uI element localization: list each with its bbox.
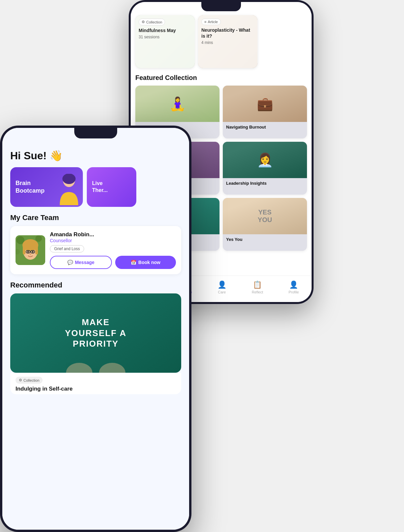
calendar-icon: 📅 bbox=[131, 260, 136, 265]
profile-label: Profile bbox=[288, 290, 299, 294]
brain-bootcamp-label: BrainBootcamp bbox=[16, 179, 45, 195]
leadership-img: 👩‍💼 bbox=[223, 142, 307, 178]
article-overlay: ≡ Article Neuroplasticity - What is it? … bbox=[198, 15, 257, 68]
reflect-label: Reflect bbox=[252, 290, 263, 294]
care-team-title: My Care Team bbox=[10, 213, 181, 222]
specialty-badge: Grief and Loss bbox=[50, 245, 84, 252]
collection-icon: ⚙ bbox=[142, 20, 145, 24]
greeting-section: Hi Sue! 👋 bbox=[10, 146, 181, 162]
front-phone-screen: Hi Sue! 👋 BrainBootcamp bbox=[2, 128, 189, 530]
mindfulness-img: 🧘‍♀️ bbox=[135, 86, 219, 122]
mindfulness-overlay: ⚙ Collection Mindfulness May 31 sessions bbox=[135, 15, 195, 68]
featured-cards-row: BrainBootcamp LiveTher... bbox=[10, 167, 181, 207]
profile-icon: 👤 bbox=[289, 281, 298, 289]
article-icon: ≡ bbox=[204, 20, 206, 24]
front-content: Hi Sue! 👋 BrainBootcamp bbox=[2, 128, 189, 530]
yesyou-img: YESYOU bbox=[223, 198, 307, 234]
collection-card-burnout[interactable]: 💼 Navigating Burnout bbox=[223, 86, 307, 138]
brain-bootcamp-card[interactable]: BrainBootcamp bbox=[10, 167, 83, 207]
book-label: Book now bbox=[138, 260, 160, 265]
hands-svg bbox=[46, 346, 145, 373]
live-therapy-card[interactable]: LiveTher... bbox=[87, 167, 136, 207]
collection-label: Collection bbox=[146, 20, 162, 24]
rec-badge: ⚙ Collection bbox=[16, 377, 43, 384]
svg-point-17 bbox=[66, 363, 92, 373]
strip-card-mindfulness[interactable]: ⚙ Collection Mindfulness May 31 sessions bbox=[135, 15, 195, 68]
nav-profile[interactable]: 👤 Profile bbox=[286, 279, 301, 295]
front-phone: Hi Sue! 👋 BrainBootcamp bbox=[0, 126, 191, 532]
featured-title: Featured Collection bbox=[135, 74, 307, 82]
front-phone-inner: Hi Sue! 👋 BrainBootcamp bbox=[2, 128, 189, 530]
burnout-label: Navigating Burnout bbox=[223, 122, 307, 132]
care-team-card: Amanda Robin... Counsellor Grief and Los… bbox=[10, 226, 181, 274]
nav-care[interactable]: 👤 Care bbox=[215, 279, 229, 295]
collection-card-leadership[interactable]: 👩‍💼 Leadership Insights bbox=[223, 142, 307, 195]
yesyou-label: Yes You bbox=[223, 234, 307, 245]
article-badge: ≡ Article bbox=[201, 19, 221, 25]
collection-card-yesyou[interactable]: YESYOU Yes You bbox=[223, 198, 307, 251]
rec-card-info: ⚙ Collection Indulging in Self-care bbox=[10, 373, 181, 394]
rec-badge-label: Collection bbox=[23, 378, 39, 382]
greeting-text: Hi Sue! 👋 bbox=[10, 149, 181, 162]
svg-point-16 bbox=[30, 253, 31, 255]
svg-point-2 bbox=[62, 174, 76, 184]
message-label: Message bbox=[75, 260, 94, 265]
svg-point-13 bbox=[27, 251, 29, 253]
back-phone-notch bbox=[201, 2, 241, 11]
care-icon: 👤 bbox=[218, 281, 226, 289]
counsellor-photo bbox=[16, 235, 45, 265]
message-icon: 💬 bbox=[67, 260, 73, 265]
care-label: Care bbox=[218, 290, 226, 294]
nav-reflect[interactable]: 📋 Reflect bbox=[249, 279, 266, 295]
top-cards-strip: ⚙ Collection Mindfulness May 31 sessions bbox=[131, 2, 312, 71]
svg-rect-9 bbox=[23, 245, 25, 254]
book-button[interactable]: 📅 Book now bbox=[115, 256, 176, 269]
mindfulness-title: Mindfulness May bbox=[139, 27, 191, 33]
counsellor-role: Counsellor bbox=[50, 238, 176, 243]
article-label: Article bbox=[208, 20, 218, 24]
care-team-actions: 💬 Message 📅 Book now bbox=[50, 256, 176, 269]
svg-rect-10 bbox=[35, 245, 38, 254]
burnout-img: 💼 bbox=[223, 86, 307, 122]
reflect-icon: 📋 bbox=[253, 281, 262, 289]
counsellor-info: Amanda Robin... Counsellor Grief and Los… bbox=[50, 231, 176, 269]
mindfulness-meta: 31 sessions bbox=[139, 35, 191, 39]
message-button[interactable]: 💬 Message bbox=[50, 256, 112, 269]
avatar-svg bbox=[56, 174, 81, 207]
strip-card-article[interactable]: ≡ Article Neuroplasticity - What is it? … bbox=[198, 15, 257, 68]
recommended-card[interactable]: MAKEYOURSELF APRIORITY bbox=[10, 293, 181, 373]
recommended-title: Recommended bbox=[10, 281, 181, 289]
leadership-label: Leadership Insights bbox=[223, 178, 307, 188]
collection-icon-small: ⚙ bbox=[19, 378, 22, 382]
svg-point-5 bbox=[35, 235, 42, 242]
front-phone-notch bbox=[74, 128, 117, 138]
article-meta: 4 mins bbox=[201, 40, 254, 45]
counsellor-name: Amanda Robin... bbox=[50, 231, 176, 238]
svg-point-18 bbox=[99, 363, 125, 373]
recommended-section: Recommended MAKEYOURSELF APRIORITY bbox=[10, 281, 181, 394]
svg-point-14 bbox=[32, 251, 34, 253]
rec-card-title: Indulging in Self-care bbox=[16, 386, 176, 392]
priority-text: MAKEYOURSELF APRIORITY bbox=[65, 317, 127, 349]
article-title: Neuroplasticity - What is it? bbox=[201, 27, 254, 39]
counsellor-face-svg bbox=[16, 235, 45, 265]
mindfulness-badge: ⚙ Collection bbox=[139, 19, 165, 25]
live-therapy-label: LiveTher... bbox=[92, 180, 108, 194]
